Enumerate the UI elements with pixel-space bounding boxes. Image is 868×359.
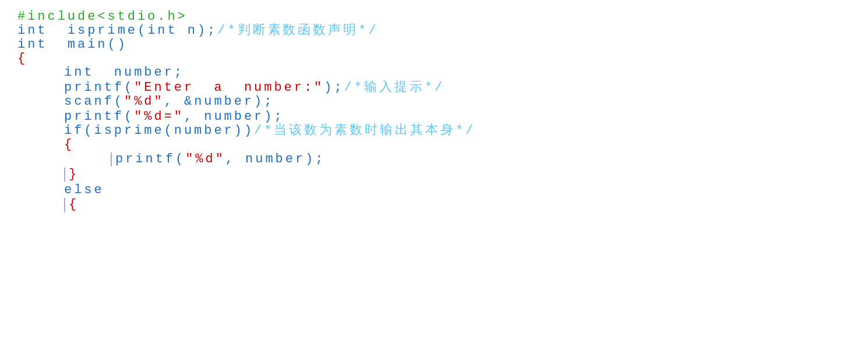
code-segment: ); [324, 81, 344, 94]
code-segment: printf( [64, 81, 134, 94]
code-line: printf("%d=", number); [17, 111, 851, 123]
code-segment: main() [48, 38, 128, 51]
code-editor: #include<stdio.h>int isprime(int n);/*判断… [0, 0, 868, 359]
code-line: int number; [17, 66, 851, 79]
code-segment: } [69, 167, 79, 182]
code-segment: , &number); [164, 95, 274, 108]
code-line: { [17, 138, 851, 151]
code-line: if(isprime(number))/*当该数为素数时输出其本身*/ [17, 125, 851, 137]
code-segment: "%d" [185, 152, 225, 166]
code-segment: #include<stdio.h> [17, 10, 188, 23]
code-line: printf("%d", number); [17, 152, 851, 166]
vertical-bar-icon [64, 198, 65, 212]
code-segment: /*判断素数函数声明*/ [217, 24, 378, 37]
code-block: #include<stdio.h>int isprime(int n);/*判断… [17, 10, 851, 212]
code-segment: "Enter a number:" [134, 81, 324, 94]
code-segment: printf( [115, 152, 185, 166]
code-segment: { [17, 52, 27, 65]
code-segment: /*输入提示*/ [344, 81, 445, 94]
code-line: int main() [17, 38, 851, 51]
code-segment: , number); [184, 111, 284, 123]
code-segment: printf( [64, 111, 134, 123]
code-segment: { [64, 138, 74, 151]
code-segment: int [147, 24, 178, 37]
code-segment: "%d" [124, 95, 164, 108]
code-segment: n); [178, 24, 218, 37]
code-segment: int [17, 38, 48, 51]
code-line: int isprime(int n);/*判断素数函数声明*/ [17, 24, 851, 37]
code-line: printf("Enter a number:");/*输入提示*/ [17, 81, 851, 94]
vertical-bar-icon [64, 168, 65, 182]
code-line: else [17, 184, 851, 197]
code-line: { [17, 52, 851, 65]
code-segment: isprime( [48, 24, 148, 37]
code-segment: int [17, 24, 48, 37]
code-line: #include<stdio.h> [17, 10, 851, 23]
code-segment: "%d=" [134, 111, 184, 123]
code-segment: int [64, 66, 94, 79]
code-segment: number; [94, 66, 184, 79]
code-segment: if(isprime(number)) [64, 125, 254, 137]
code-segment: /*当该数为素数时输出其本身*/ [254, 125, 475, 137]
code-segment: { [69, 197, 79, 212]
code-segment: else [64, 184, 104, 197]
code-line: scanf("%d", &number); [17, 95, 851, 108]
code-segment: scanf( [64, 95, 124, 108]
code-line: } [17, 168, 851, 182]
code-line: { [17, 198, 851, 212]
vertical-bar-icon [111, 152, 112, 166]
code-segment: , number); [225, 152, 326, 166]
